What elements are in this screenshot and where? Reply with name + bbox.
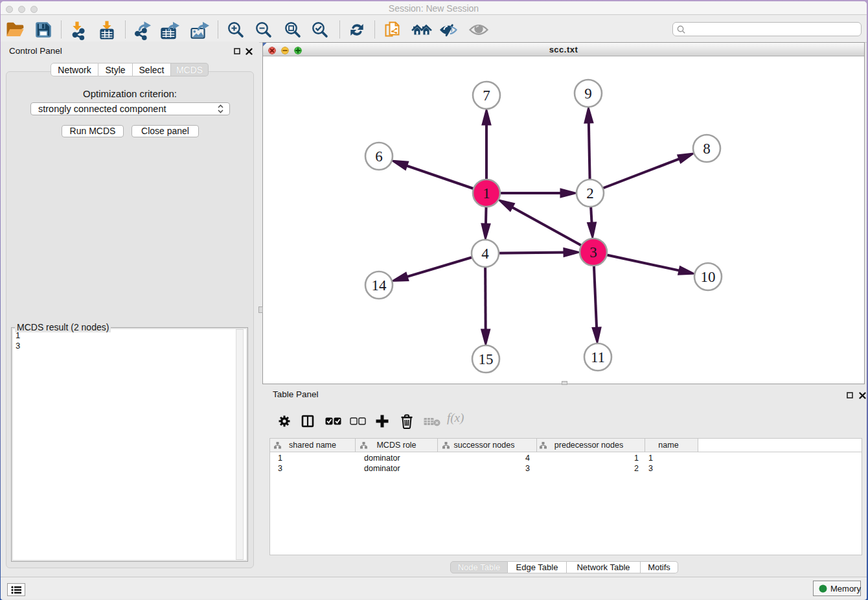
svg-text:3: 3 <box>589 244 597 260</box>
svg-text:15: 15 <box>479 351 494 367</box>
svg-text:14: 14 <box>372 277 387 294</box>
svg-text:10: 10 <box>701 269 716 285</box>
svg-text:7: 7 <box>483 87 490 104</box>
svg-text:1: 1 <box>483 185 490 202</box>
svg-text:2: 2 <box>586 185 594 202</box>
svg-text:4: 4 <box>481 246 489 262</box>
svg-text:8: 8 <box>703 141 711 157</box>
svg-text:9: 9 <box>584 86 592 102</box>
svg-text:11: 11 <box>591 349 605 365</box>
svg-text:6: 6 <box>375 148 383 165</box>
